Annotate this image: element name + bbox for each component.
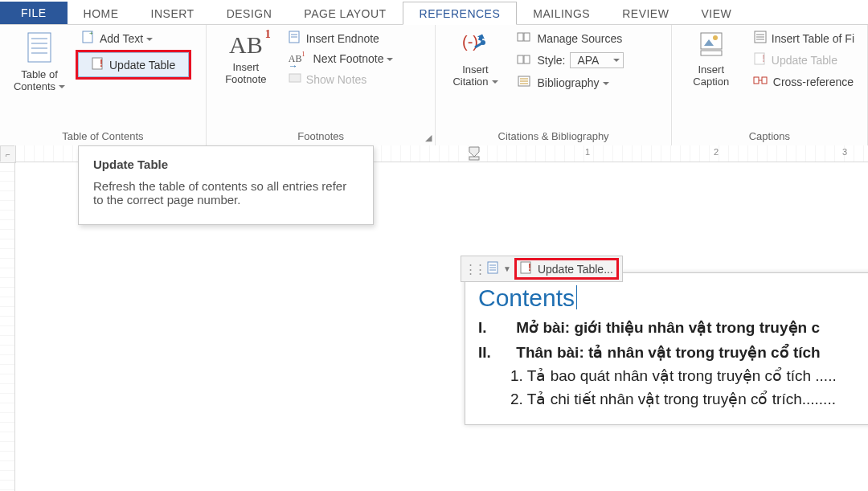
- svg-rect-0: [28, 33, 51, 62]
- cross-reference-button[interactable]: Cross-reference: [747, 72, 861, 92]
- svg-text:!: !: [762, 53, 765, 64]
- ab-text: AB: [229, 31, 263, 58]
- toc-sub-2: 2. Tả chi tiết nhân vật trong truyện cổ …: [510, 390, 868, 408]
- ab-super: 1: [265, 28, 271, 41]
- style-icon: [518, 53, 532, 68]
- toc-field-control: ⋮⋮ ▼ ! Update Table...: [461, 256, 623, 282]
- footnotes-dialog-launcher[interactable]: ◢: [425, 133, 432, 143]
- svg-marker-36: [469, 147, 479, 157]
- tab-page-layout[interactable]: PAGE LAYOUT: [288, 2, 402, 24]
- insert-citation-label: InsertCitation: [452, 64, 497, 88]
- tab-file[interactable]: FILE: [0, 2, 68, 24]
- captions-update-table-label: Update Table: [772, 54, 837, 67]
- footnote-ab-icon: AB 1: [229, 31, 263, 59]
- tab-view[interactable]: VIEW: [685, 2, 747, 24]
- update-table-highlight: ! Update Table: [76, 50, 191, 80]
- chevron-down-icon: [613, 59, 620, 65]
- add-text-label: Add Text: [100, 32, 153, 45]
- bibliography-label: Bibliography: [537, 76, 608, 89]
- toc-menu-icon[interactable]: [487, 261, 500, 276]
- toc-entry-2-num: II.: [478, 344, 512, 362]
- toc-entry-1: I. Mở bài: giới thiệu nhân vật trong tru…: [478, 318, 868, 337]
- group-citations: (-) InsertCitation Manage Sources Style:: [436, 25, 671, 145]
- toc-entry-2-text: Thân bài: tả nhân vật trong truyện cổ tí…: [516, 344, 820, 361]
- next-footnote-icon: AB1→: [289, 53, 302, 65]
- toc-icon: [26, 31, 53, 66]
- insert-citation-button[interactable]: (-) InsertCitation: [442, 28, 508, 92]
- table-of-figures-icon: [754, 31, 767, 46]
- chevron-down-icon[interactable]: ▼: [503, 264, 511, 273]
- svg-rect-26: [701, 51, 722, 55]
- ruler-vertical[interactable]: [0, 162, 15, 491]
- update-table-button[interactable]: ! Update Table: [78, 52, 189, 77]
- show-notes-button[interactable]: Show Notes: [282, 69, 400, 89]
- captions-update-table-button[interactable]: ! Update Table: [747, 50, 861, 70]
- group-captions: InsertCaption Insert Table of Fi ! Updat…: [672, 25, 868, 145]
- indent-marker-icon[interactable]: [466, 145, 484, 162]
- svg-rect-15: [518, 33, 523, 41]
- add-text-button[interactable]: + Add Text: [76, 28, 191, 48]
- tab-design[interactable]: DESIGN: [211, 2, 289, 24]
- toc-entry-1-text: Mở bài: giới thiệu nhân vật trong truyện…: [516, 319, 820, 336]
- text-cursor: [576, 285, 577, 309]
- insert-table-of-figures-label: Insert Table of Fi: [772, 32, 854, 45]
- toc-update-table-button[interactable]: ! Update Table...: [520, 261, 613, 276]
- show-notes-icon: [289, 72, 301, 87]
- tab-references[interactable]: REFERENCES: [403, 2, 518, 25]
- insert-caption-button[interactable]: InsertCaption: [678, 28, 744, 92]
- ruler-num-2: 2: [714, 147, 719, 157]
- toc-grip-icon[interactable]: ⋮⋮: [465, 262, 484, 276]
- table-of-contents-button[interactable]: Table ofContents: [6, 28, 72, 96]
- manage-sources-label: Manage Sources: [537, 32, 622, 45]
- toc-entry-1-num: I.: [478, 319, 512, 337]
- update-table-icon: !: [92, 57, 104, 72]
- tooltip-title: Update Table: [93, 158, 358, 171]
- style-dropdown[interactable]: APA: [570, 52, 624, 68]
- document-page: ⋮⋮ ▼ ! Update Table... Contents I. Mở b: [465, 272, 868, 425]
- tab-review[interactable]: REVIEW: [606, 2, 685, 24]
- ruler-num-1: 1: [585, 147, 590, 157]
- svg-rect-34: [762, 77, 767, 84]
- manage-sources-button[interactable]: Manage Sources: [511, 28, 630, 48]
- insert-endnote-button[interactable]: Insert Endnote: [282, 28, 400, 48]
- ruler-corner: ⌐: [0, 145, 16, 163]
- style-row: Style: APA: [511, 50, 630, 71]
- table-of-contents-label: Table ofContents: [14, 69, 65, 93]
- tab-mailings[interactable]: MAILINGS: [517, 2, 606, 24]
- insert-caption-label: InsertCaption: [693, 64, 729, 88]
- insert-footnote-button[interactable]: AB 1 InsertFootnote: [213, 28, 279, 89]
- svg-rect-37: [469, 157, 479, 160]
- svg-rect-17: [518, 55, 523, 63]
- svg-point-25: [713, 35, 718, 40]
- ribbon-tabs: FILE HOME INSERT DESIGN PAGE LAYOUT REFE…: [0, 0, 868, 25]
- caption-icon: [698, 31, 725, 61]
- update-table-icon: !: [520, 261, 533, 276]
- svg-rect-16: [524, 33, 530, 41]
- toc-update-table-highlight: ! Update Table...: [514, 258, 619, 280]
- add-text-icon: +: [82, 31, 95, 46]
- insert-table-of-figures-button[interactable]: Insert Table of Fi: [747, 28, 861, 48]
- ribbon: Table ofContents + Add Text ! Update Tab…: [0, 25, 868, 146]
- group-label-citations: Citations & Bibliography: [442, 129, 664, 144]
- show-notes-label: Show Notes: [306, 73, 366, 86]
- insert-footnote-label: InsertFootnote: [225, 62, 266, 86]
- tab-insert[interactable]: INSERT: [135, 2, 211, 24]
- bibliography-icon: [518, 75, 532, 90]
- insert-endnote-label: Insert Endnote: [306, 32, 379, 45]
- toc-entry-2: II. Thân bài: tả nhân vật trong truyện c…: [478, 343, 868, 362]
- group-footnotes: AB 1 InsertFootnote Insert Endnote AB1→ …: [207, 25, 436, 145]
- group-label-captions: Captions: [678, 129, 861, 144]
- bibliography-button[interactable]: Bibliography: [511, 72, 630, 92]
- svg-rect-33: [754, 77, 759, 84]
- svg-text:+: +: [89, 30, 93, 37]
- tab-home[interactable]: HOME: [68, 2, 135, 24]
- next-footnote-label: Next Footnote: [313, 52, 394, 65]
- document-body[interactable]: Contents I. Mở bài: giới thiệu nhân vật …: [465, 273, 868, 424]
- update-table-label: Update Table: [109, 59, 175, 72]
- style-label: Style:: [537, 54, 565, 67]
- citation-icon: (-): [459, 31, 491, 61]
- cross-reference-label: Cross-reference: [773, 76, 854, 88]
- group-label-toc: Table of Contents: [6, 129, 199, 144]
- next-footnote-button[interactable]: AB1→ Next Footnote: [282, 50, 400, 68]
- toc-title: Contents: [478, 284, 868, 312]
